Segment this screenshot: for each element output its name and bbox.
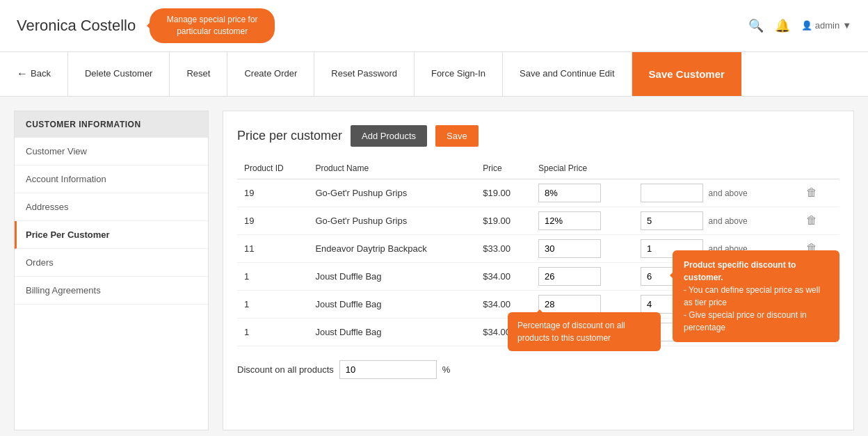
page-title-area: Veronica Costello Manage special price f… (17, 8, 275, 43)
cell-qty: and above (634, 179, 795, 207)
cell-product-id: 19 (237, 207, 308, 234)
cell-product-id: 19 (237, 179, 308, 207)
reset-password-label: Reset Password (331, 67, 397, 80)
save-continue-label: Save and Continue Edit (520, 67, 615, 80)
delete-row-button[interactable]: 🗑 (802, 213, 821, 228)
search-icon[interactable]: 🔍 (748, 18, 764, 33)
add-products-button[interactable]: Add Products (351, 125, 427, 147)
cell-product-id: 1 (237, 262, 308, 290)
special-price-input[interactable] (538, 267, 601, 286)
col-product-name: Product Name (308, 158, 476, 179)
content-area: Price per customer Add Products Save Pro… (223, 111, 854, 430)
force-signin-button[interactable]: Force Sign-In (415, 52, 503, 96)
cell-qty: and above (634, 207, 795, 234)
sidebar-item-price-per-customer[interactable]: Price Per Customer (15, 221, 208, 249)
reset-label: Reset (186, 67, 210, 80)
special-price-input[interactable] (538, 184, 601, 202)
cell-special-price (531, 234, 634, 262)
table-row: 19 Go-Get'r Pushup Grips $19.00 and abov… (237, 207, 839, 234)
cell-special-price (531, 179, 634, 207)
reset-button[interactable]: Reset (170, 52, 227, 96)
special-price-input[interactable] (538, 239, 601, 258)
section-title: Price per customer (237, 129, 342, 143)
discount-input[interactable] (339, 360, 437, 379)
section-header: Price per customer Add Products Save (237, 125, 839, 147)
and-above-label: and above (709, 216, 748, 226)
back-label: Back (31, 67, 51, 80)
page-title: Veronica Costello (17, 17, 136, 35)
qty-input[interactable] (641, 211, 703, 230)
cell-product-name: Go-Get'r Pushup Grips (308, 179, 476, 207)
header-actions: 🔍 🔔 👤 admin ▼ (748, 18, 851, 33)
sidebar-item-account-information[interactable]: Account Information (15, 165, 208, 193)
cell-product-name: Endeavor Daytrip Backpack (308, 234, 476, 262)
special-price-input[interactable] (538, 295, 601, 314)
cell-product-name: Joust Duffle Bag (308, 318, 476, 346)
back-arrow-icon: ← (17, 66, 28, 81)
discount-unit: % (442, 364, 451, 375)
discount-row: Discount on all products % (237, 360, 839, 379)
col-price: Price (476, 158, 531, 179)
discount-label: Discount on all products (237, 364, 334, 375)
table-row: 19 Go-Get'r Pushup Grips $19.00 and abov… (237, 179, 839, 207)
reset-password-button[interactable]: Reset Password (314, 52, 415, 96)
save-customer-button[interactable]: Save Customer (632, 52, 741, 96)
cell-special-price (531, 207, 634, 234)
bell-icon[interactable]: 🔔 (775, 18, 790, 33)
cell-product-id: 11 (237, 234, 308, 262)
cell-price: $33.00 (476, 234, 531, 262)
sidebar-header: CUSTOMER INFORMATION (15, 111, 208, 138)
qty-input[interactable] (641, 184, 703, 202)
cell-special-price (531, 262, 634, 290)
create-order-label: Create Order (244, 67, 297, 80)
col-action (795, 158, 839, 179)
header-tooltip: Manage special price for particular cust… (150, 8, 275, 43)
user-icon: 👤 (801, 20, 812, 31)
cell-product-name: Joust Duffle Bag (308, 262, 476, 290)
sidebar-item-orders[interactable]: Orders (15, 249, 208, 277)
save-customer-label: Save Customer (649, 67, 725, 81)
cell-price: $19.00 (476, 207, 531, 234)
cell-price: $19.00 (476, 179, 531, 207)
col-product-id: Product ID (237, 158, 308, 179)
cell-price: $34.00 (476, 262, 531, 290)
sidebar: CUSTOMER INFORMATION Customer View Accou… (14, 111, 209, 430)
product-discount-tooltip: Product specific discount to customer. -… (673, 250, 839, 342)
cell-delete: 🗑 (795, 179, 839, 207)
create-order-button[interactable]: Create Order (227, 52, 314, 96)
save-table-button[interactable]: Save (435, 125, 479, 147)
cell-product-name: Joust Duffle Bag (308, 290, 476, 318)
cell-product-id: 1 (237, 318, 308, 346)
chevron-down-icon: ▼ (842, 20, 851, 31)
delete-customer-button[interactable]: Delete Customer (68, 52, 170, 96)
sidebar-item-customer-view[interactable]: Customer View (15, 138, 208, 165)
col-qty (634, 158, 795, 179)
toolbar: ← Back Delete Customer Reset Create Orde… (0, 52, 868, 97)
delete-row-button[interactable]: 🗑 (802, 185, 821, 200)
cell-product-id: 1 (237, 290, 308, 318)
discount-all-tooltip: Percentage of discount on all products t… (508, 312, 661, 351)
back-button[interactable]: ← Back (0, 52, 68, 96)
cell-delete: 🗑 (795, 207, 839, 234)
sidebar-item-addresses[interactable]: Addresses (15, 193, 208, 221)
admin-menu[interactable]: 👤 admin ▼ (801, 20, 851, 31)
delete-customer-label: Delete Customer (85, 67, 153, 80)
admin-label-text: admin (815, 20, 839, 31)
force-signin-label: Force Sign-In (431, 67, 485, 80)
col-special-price: Special Price (531, 158, 634, 179)
and-above-label: and above (709, 188, 748, 198)
sidebar-item-billing-agreements[interactable]: Billing Agreements (15, 277, 208, 305)
main-content: CUSTOMER INFORMATION Customer View Accou… (0, 97, 868, 436)
top-header: Veronica Costello Manage special price f… (0, 0, 868, 52)
special-price-input[interactable] (538, 211, 601, 230)
cell-product-name: Go-Get'r Pushup Grips (308, 207, 476, 234)
save-continue-button[interactable]: Save and Continue Edit (503, 52, 632, 96)
